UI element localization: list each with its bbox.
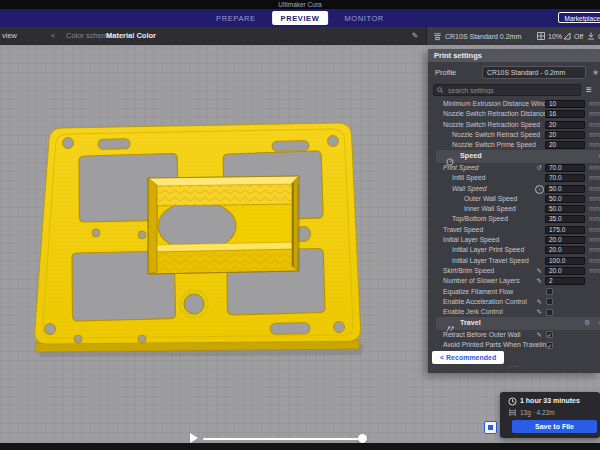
- config-bar[interactable]: CR10S Standard 0.2mm 10% Off On: [426, 27, 600, 45]
- search-input[interactable]: [433, 84, 581, 96]
- setting-label: Number of Slower Layers: [443, 276, 520, 286]
- setting-unit: mm/s: [589, 184, 600, 194]
- setting-value[interactable]: 50.0: [545, 185, 585, 193]
- slider-handle-icon[interactable]: [358, 434, 367, 443]
- setting-unit: mm/s: [589, 266, 600, 276]
- collapse-chevron-icon[interactable]: <: [51, 27, 55, 45]
- setting-label: Inner Wall Speed: [464, 204, 516, 214]
- setting-value[interactable]: 20: [545, 131, 585, 139]
- settings-row: Print Speed↺70.0mm/s: [428, 163, 600, 173]
- settings-row: Nozzle Switch Retraction Distance16mm: [428, 109, 600, 119]
- setting-unit: mm/s: [589, 225, 600, 235]
- reset-icon[interactable]: ↺: [530, 163, 542, 173]
- setting-label: Retract Before Outer Wall: [443, 330, 521, 340]
- settings-rows: Minimum Extrusion Distance Window10mmNoz…: [428, 99, 600, 349]
- support-value: Off: [574, 33, 583, 40]
- profile-dropdown[interactable]: CR10S Standard - 0.2mm: [482, 66, 586, 79]
- adhesion-indicator[interactable]: On: [587, 27, 600, 45]
- pencil-icon: ✎: [530, 266, 542, 276]
- checkbox[interactable]: [546, 309, 553, 316]
- setting-unit: mm/s: [589, 245, 600, 255]
- setting-value[interactable]: 16: [545, 110, 585, 118]
- setting-value[interactable]: 20: [545, 141, 585, 149]
- setting-value[interactable]: 70.0: [545, 174, 585, 182]
- checkbox[interactable]: [546, 288, 553, 295]
- tab-preview[interactable]: PREVIEW: [272, 11, 329, 25]
- view-dropdown[interactable]: view: [2, 27, 17, 45]
- marketplace-button[interactable]: Marketplace: [558, 12, 600, 23]
- recommended-button[interactable]: < Recommended: [432, 351, 504, 364]
- setting-value[interactable]: 20.0: [545, 267, 585, 275]
- print-settings-panel: Print settings Profile CR10S Standard - …: [428, 49, 600, 373]
- setting-value[interactable]: 100.0: [545, 257, 585, 265]
- setting-label: Nozzle Switch Retraction Distance: [443, 109, 547, 119]
- setting-label: Travel Speed: [443, 225, 483, 235]
- profile-label: Profile: [435, 66, 456, 79]
- section-header-speed[interactable]: Speed∨: [436, 150, 600, 163]
- setting-label: Initial Layer Speed: [443, 235, 499, 245]
- settings-row: Initial Layer Print Speed20.0mm/s: [428, 245, 600, 255]
- checkbox[interactable]: ✓: [546, 342, 553, 349]
- tab-prepare[interactable]: PREPARE: [216, 14, 256, 23]
- setting-label: Skirt/Brim Speed: [443, 266, 494, 276]
- search-icon: [437, 87, 444, 94]
- setting-unit: mm/s: [589, 194, 600, 204]
- settings-row: Number of Slower Layers✎2: [428, 276, 600, 286]
- play-button[interactable]: [190, 433, 198, 443]
- filament-icon: [508, 408, 517, 417]
- setting-value[interactable]: 2: [545, 277, 585, 285]
- settings-row: Top/Bottom Speed35.0mm/s: [428, 214, 600, 224]
- setting-unit: mm/s: [589, 204, 600, 214]
- checkbox[interactable]: [546, 298, 553, 305]
- print-time: 1 hour 33 minutes: [520, 397, 580, 404]
- setting-label: Initial Layer Print Speed: [452, 245, 524, 255]
- setting-label: Nozzle Switch Prime Speed: [452, 140, 536, 150]
- support-indicator[interactable]: Off: [563, 27, 583, 45]
- infill-indicator[interactable]: 10%: [537, 27, 562, 45]
- simulation-slider[interactable]: [203, 438, 363, 440]
- setting-label: Initial Layer Travel Speed: [452, 256, 529, 266]
- view-toolbar: view < Color scheme Material Color ✎: [0, 27, 426, 45]
- settings-row: Infill Speed70.0mm/s: [428, 173, 600, 183]
- setting-unit: mm/s: [589, 214, 600, 224]
- setting-value[interactable]: 70.0: [545, 164, 585, 172]
- save-to-file-button[interactable]: Save to File: [512, 420, 597, 433]
- color-scheme-dropdown[interactable]: Material Color: [106, 27, 156, 45]
- infill-icon: [537, 32, 545, 40]
- settings-row: Skirt/Brim Speed✎20.0mm/s: [428, 266, 600, 276]
- checkbox[interactable]: ✓: [546, 331, 553, 338]
- setting-value[interactable]: 50.0: [545, 195, 585, 203]
- printer-profile-label: CR10S Standard 0.2mm: [445, 33, 521, 40]
- pencil-icon[interactable]: ✎: [412, 27, 418, 45]
- settings-menu-icon[interactable]: ≡: [586, 83, 592, 96]
- printer-profile-selector[interactable]: CR10S Standard 0.2mm: [433, 27, 521, 45]
- star-icon[interactable]: ★: [592, 66, 599, 79]
- section-header-travel[interactable]: Travel⚙∨: [436, 317, 600, 330]
- setting-value[interactable]: 35.0: [545, 215, 585, 223]
- setting-value[interactable]: 20: [545, 121, 585, 129]
- settings-row: Retract Before Outer Wall✎✓: [428, 330, 600, 340]
- setting-label: Outer Wall Speed: [464, 194, 517, 204]
- preview-popup-icon[interactable]: [484, 421, 497, 434]
- section-label: Speed: [460, 150, 482, 163]
- gear-icon[interactable]: ⚙: [584, 317, 590, 330]
- material-usage: 13g · 4.22m: [520, 409, 555, 416]
- setting-value[interactable]: 20.0: [545, 246, 585, 254]
- setting-label: Minimum Extrusion Distance Window: [443, 99, 555, 109]
- setting-value[interactable]: 50.0: [545, 205, 585, 213]
- main-nav: PREPAREPREVIEWMONITOR Marketplace: [0, 9, 600, 27]
- tab-monitor[interactable]: MONITOR: [344, 14, 383, 23]
- settings-row: Nozzle Switch Prime Speed20mm/s: [428, 140, 600, 150]
- setting-value[interactable]: 10: [545, 100, 585, 108]
- settings-row: Initial Layer Speed20.0mm/s: [428, 235, 600, 245]
- setting-value[interactable]: 20.0: [545, 236, 585, 244]
- adhesion-icon: [587, 32, 595, 40]
- setting-unit: mm/s: [589, 163, 600, 173]
- panel-drag-handle[interactable]: ···: [509, 363, 520, 371]
- setting-value[interactable]: 175.0: [545, 226, 585, 234]
- settings-row: Travel Speed175.0mm/s: [428, 225, 600, 235]
- info-icon[interactable]: i: [535, 185, 544, 194]
- settings-row: Enable Acceleration Control✎: [428, 297, 600, 307]
- settings-row: Nozzle Switch Retraction Speed20mm/s: [428, 120, 600, 130]
- pencil-icon: ✎: [530, 330, 542, 340]
